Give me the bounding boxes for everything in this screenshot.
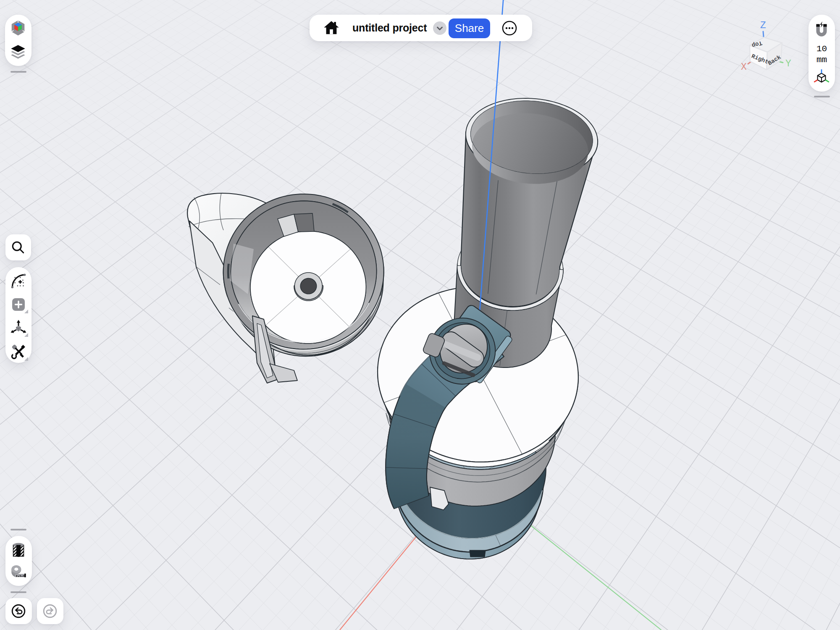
- svg-text:X: X: [741, 62, 747, 73]
- svg-text:Y: Y: [785, 58, 791, 69]
- svg-text:Z: Z: [760, 20, 766, 31]
